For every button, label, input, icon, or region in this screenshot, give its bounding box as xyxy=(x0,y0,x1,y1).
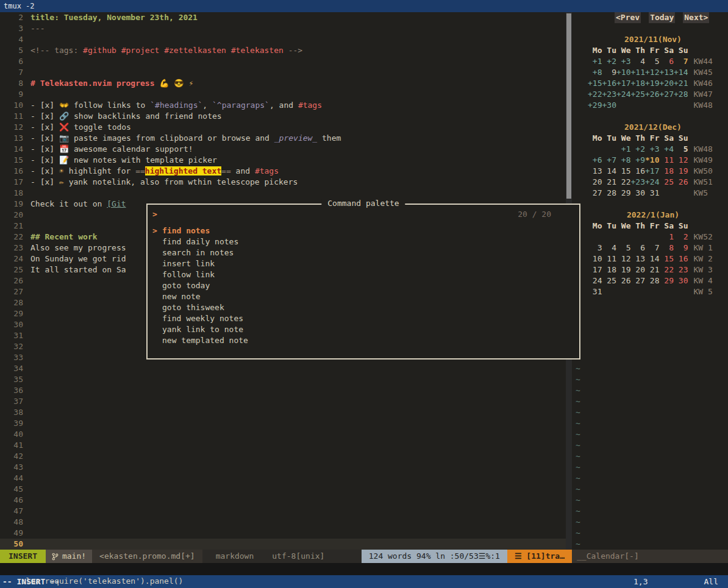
day-cell[interactable]: +11 xyxy=(631,67,646,78)
day-cell[interactable]: +16 xyxy=(602,78,617,89)
day-cell[interactable]: +17 xyxy=(616,78,631,89)
day-cell[interactable]: +20 xyxy=(660,78,674,89)
day-cell[interactable]: *10 xyxy=(645,155,660,166)
palette-item[interactable]: follow link xyxy=(152,269,579,280)
editor-line[interactable]: 39 xyxy=(0,418,566,429)
editor-line[interactable]: 9 xyxy=(0,89,566,100)
day-cell[interactable]: 27 xyxy=(631,275,646,286)
editor-line[interactable]: 7 xyxy=(0,67,566,78)
command-line[interactable]: :lua require('telekasten').panel() xyxy=(0,563,728,575)
editor-line[interactable]: 43 xyxy=(0,462,566,473)
editor-line[interactable]: 49 xyxy=(0,528,566,539)
editor-line[interactable]: 47 xyxy=(0,506,566,517)
day-cell[interactable]: 6 xyxy=(660,56,674,67)
day-cell[interactable]: 5 xyxy=(674,144,688,155)
day-cell[interactable]: 14 xyxy=(645,253,660,264)
day-cell[interactable]: 5 xyxy=(616,243,631,253)
day-cell[interactable]: 10 xyxy=(588,253,602,264)
day-cell[interactable]: 22 xyxy=(616,177,631,188)
day-cell[interactable]: +23 xyxy=(602,89,617,100)
day-cell[interactable]: +21 xyxy=(674,78,688,89)
editor-line[interactable]: 40 xyxy=(0,429,566,440)
day-cell[interactable]: 4 xyxy=(602,243,617,253)
editor-line[interactable]: 48 xyxy=(0,517,566,528)
editor-line[interactable]: 34 xyxy=(0,363,566,374)
editor-line[interactable]: 18 xyxy=(0,188,566,199)
day-cell[interactable]: 25 xyxy=(660,177,674,188)
day-cell[interactable]: +26 xyxy=(645,89,660,100)
day-cell[interactable]: 28 xyxy=(602,188,617,199)
day-cell[interactable]: +29 xyxy=(588,100,602,111)
day-cell[interactable]: 19 xyxy=(616,264,631,275)
day-cell[interactable]: 28 xyxy=(645,275,660,286)
day-cell[interactable]: +24 xyxy=(616,89,631,100)
day-cell[interactable]: 26 xyxy=(674,177,688,188)
day-cell[interactable]: +27 xyxy=(660,89,674,100)
day-cell[interactable]: 1 xyxy=(660,232,674,243)
editor-line[interactable]: 46 xyxy=(0,495,566,506)
day-cell[interactable]: +6 xyxy=(588,155,602,166)
editor-line[interactable]: 35 xyxy=(0,374,566,385)
day-cell[interactable]: +30 xyxy=(602,100,617,111)
day-cell[interactable]: 22 xyxy=(660,264,674,275)
day-cell[interactable]: 29 xyxy=(616,188,631,199)
day-cell[interactable]: 26 xyxy=(616,275,631,286)
day-cell[interactable]: +1 xyxy=(616,144,631,155)
day-cell[interactable]: 30 xyxy=(631,188,646,199)
day-cell[interactable]: +2 xyxy=(602,56,617,67)
scrollbar-thumb[interactable] xyxy=(566,13,571,199)
editor-line[interactable]: 12- [x] ❌ toggle todos xyxy=(0,122,566,133)
day-cell[interactable]: 9 xyxy=(602,67,617,78)
day-cell[interactable]: 18 xyxy=(660,166,674,177)
editor-line[interactable]: 2title: Tuesday, November 23th, 2021 xyxy=(0,12,566,23)
day-cell[interactable]: 27 xyxy=(588,188,602,199)
day-cell[interactable]: 20 xyxy=(588,177,602,188)
editor-line[interactable]: 50 xyxy=(0,539,566,550)
day-cell[interactable]: +12 xyxy=(645,67,660,78)
day-cell[interactable]: 19 xyxy=(674,166,688,177)
day-cell[interactable]: +9 xyxy=(631,155,646,166)
palette-item[interactable]: new templated note xyxy=(152,335,579,346)
day-cell[interactable]: +28 xyxy=(674,89,688,100)
palette-item[interactable]: search in notes xyxy=(152,247,579,258)
editor-line[interactable]: 10- [x] 👐 follow links to `#headings`, `… xyxy=(0,100,566,111)
day-cell[interactable]: 16 xyxy=(631,166,646,177)
day-cell[interactable]: +13 xyxy=(660,67,674,78)
palette-item[interactable]: insert link xyxy=(152,258,579,269)
day-cell[interactable]: 13 xyxy=(588,166,602,177)
editor-line[interactable]: 38 xyxy=(0,407,566,418)
day-cell[interactable]: 17 xyxy=(588,264,602,275)
day-cell[interactable]: +2 xyxy=(631,144,646,155)
calendar-next-button[interactable]: Next> xyxy=(683,12,709,23)
day-cell[interactable]: 4 xyxy=(631,56,646,67)
day-cell[interactable]: 12 xyxy=(674,155,688,166)
day-cell[interactable]: 25 xyxy=(602,275,617,286)
day-cell[interactable]: +8 xyxy=(588,67,602,78)
day-cell[interactable]: 30 xyxy=(674,275,688,286)
editor-line[interactable]: 6 xyxy=(0,56,566,67)
palette-item[interactable]: new note xyxy=(152,291,579,302)
day-cell[interactable]: 23 xyxy=(674,264,688,275)
day-cell[interactable]: 31 xyxy=(645,188,660,199)
day-cell[interactable]: 21 xyxy=(645,264,660,275)
day-cell[interactable]: 11 xyxy=(660,155,674,166)
editor-line[interactable]: 15- [x] 📝 new notes with template picker xyxy=(0,155,566,166)
day-cell[interactable]: +4 xyxy=(660,144,674,155)
day-cell[interactable]: 18 xyxy=(602,264,617,275)
day-cell[interactable]: 21 xyxy=(602,177,617,188)
day-cell[interactable]: 15 xyxy=(616,166,631,177)
editor-line[interactable]: 11- [x] 🔗 show backlinks and friend note… xyxy=(0,111,566,122)
day-cell[interactable]: 20 xyxy=(631,264,646,275)
day-cell[interactable]: +19 xyxy=(645,78,660,89)
editor-line[interactable]: 8# Telekasten.nvim progress 💪 😎 ⚡ xyxy=(0,78,566,89)
day-cell[interactable]: 13 xyxy=(631,253,646,264)
day-cell[interactable]: 2 xyxy=(674,232,688,243)
calendar-today-button[interactable]: Today xyxy=(649,12,675,23)
day-cell[interactable]: +3 xyxy=(645,144,660,155)
editor-line[interactable]: 17- [x] ✏ yank notelink, also from wthin… xyxy=(0,177,566,188)
day-cell[interactable]: 6 xyxy=(631,243,646,253)
day-cell[interactable]: +8 xyxy=(616,155,631,166)
editor-line[interactable]: 45 xyxy=(0,484,566,495)
day-cell[interactable]: +7 xyxy=(602,155,617,166)
day-cell[interactable]: 7 xyxy=(674,56,688,67)
